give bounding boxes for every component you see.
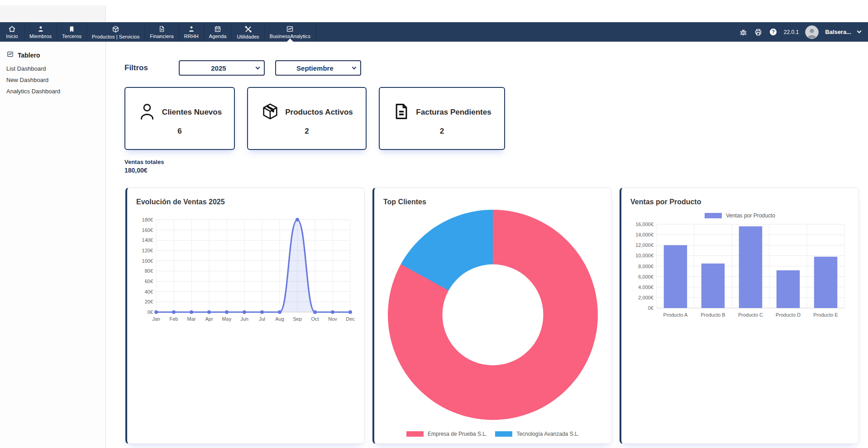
kpi-card-clientes-nuevos: Clientes Nuevos 6 — [124, 87, 235, 150]
avatar[interactable] — [805, 25, 819, 39]
chart-title: Top Clientes — [383, 198, 602, 206]
svg-text:2,000€: 2,000€ — [638, 295, 653, 300]
sidebar-section-tablero[interactable]: Tablero — [0, 42, 105, 63]
bar-legend[interactable]: Ventas por Producto — [630, 212, 849, 219]
svg-text:Oct: Oct — [311, 316, 319, 322]
svg-text:Producto C: Producto C — [738, 312, 763, 318]
legend-entry[interactable]: Empresa de Prueba S.L. — [406, 431, 487, 437]
left-sidebar: Tablero List Dashboard New Dashboard Ana… — [0, 42, 106, 448]
month-select-wrap: Septiembre — [275, 60, 361, 76]
donut-chart — [388, 210, 598, 420]
svg-text:20€: 20€ — [145, 299, 153, 304]
sidebar-item-list-dashboard[interactable]: List Dashboard — [0, 63, 105, 74]
kpi-value: 2 — [440, 127, 444, 136]
top-left-gray-block — [0, 5, 106, 22]
filters-label: Filtros — [124, 63, 148, 72]
nav-item-rrhh[interactable]: RRHH — [179, 22, 204, 42]
svg-text:140€: 140€ — [142, 237, 153, 243]
year-select-wrap: 2025 — [179, 60, 265, 76]
svg-text:40€: 40€ — [145, 289, 153, 294]
nav-item-financiera[interactable]: Financiera — [145, 22, 179, 42]
nav-item-agenda[interactable]: Agenda — [204, 22, 232, 42]
bar-chart: 0€2,000€4,000€6,000€8,000€10,000€12,000€… — [630, 220, 850, 326]
home-icon — [8, 25, 16, 33]
svg-text:0€: 0€ — [148, 309, 153, 315]
svg-text:14,000€: 14,000€ — [635, 232, 653, 237]
nav-label: RRHH — [184, 34, 199, 39]
file-lines-icon — [392, 101, 410, 123]
svg-text:Nov: Nov — [328, 316, 337, 322]
svg-text:4,000€: 4,000€ — [638, 284, 653, 290]
sidebar-item-analytics-dashboard[interactable]: Analytics Dashboard — [0, 86, 105, 97]
ventas-totales-label: Ventas totales — [124, 159, 164, 165]
svg-text:0€: 0€ — [648, 305, 653, 311]
user-menu-label[interactable]: Balsera... — [825, 29, 851, 35]
nav-item-utilidades[interactable]: Utilidades — [232, 22, 264, 42]
svg-text:8,000€: 8,000€ — [638, 264, 653, 269]
svg-text:Producto D: Producto D — [776, 312, 801, 318]
svg-text:Jan: Jan — [152, 316, 160, 322]
svg-text:10,000€: 10,000€ — [635, 253, 653, 258]
svg-text:Sep: Sep — [293, 316, 302, 322]
nav-label: Utilidades — [237, 34, 259, 39]
svg-text:120€: 120€ — [142, 248, 153, 253]
svg-text:Feb: Feb — [170, 316, 178, 322]
active-tab-caret — [287, 39, 293, 42]
nav-label: Inicio — [6, 34, 18, 39]
svg-text:?: ? — [772, 29, 775, 34]
kpi-card-facturas-pendientes: Facturas Pendientes 2 — [379, 87, 505, 150]
nav-label: Miembros — [29, 34, 52, 39]
cube-icon — [112, 25, 119, 33]
nav-item-inicio[interactable]: Inicio — [0, 22, 24, 42]
svg-text:Producto A: Producto A — [663, 312, 688, 318]
svg-text:Apr: Apr — [205, 316, 213, 322]
nav-item-miembros[interactable]: Miembros — [24, 22, 57, 42]
svg-text:Aug: Aug — [275, 316, 284, 322]
chart-card-ventas-producto: Ventas por Producto Ventas por Producto … — [620, 188, 859, 444]
top-band — [0, 0, 868, 22]
svg-text:Producto E: Producto E — [813, 312, 838, 318]
svg-text:Mar: Mar — [187, 316, 196, 322]
ventas-totales-value: 180,00€ — [124, 167, 164, 174]
svg-text:Producto B: Producto B — [701, 312, 725, 318]
svg-text:100€: 100€ — [142, 258, 153, 264]
tools-icon — [244, 25, 252, 33]
ventas-totales: Ventas totales 180,00€ — [124, 159, 164, 174]
legend-label: Ventas por Producto — [726, 212, 775, 219]
chart-title: Ventas por Producto — [630, 198, 849, 206]
chevron-down-icon[interactable] — [857, 29, 862, 34]
person-icon — [138, 101, 157, 123]
bug-icon[interactable] — [739, 28, 748, 36]
svg-text:May: May — [222, 316, 232, 322]
svg-text:180€: 180€ — [142, 217, 153, 222]
main-content: Filtros 2025 Septiembre Clientes Nuevos … — [106, 42, 868, 448]
svg-text:12,000€: 12,000€ — [635, 242, 653, 248]
version-label: 22.0.1 — [784, 29, 799, 35]
nav-label: Agenda — [209, 34, 227, 39]
printer-icon[interactable] — [754, 28, 763, 36]
building-icon — [68, 25, 75, 33]
kpi-value: 2 — [305, 127, 309, 136]
chart-line-icon — [286, 25, 294, 33]
svg-text:80€: 80€ — [145, 268, 153, 274]
year-select[interactable]: 2025 — [179, 60, 265, 76]
legend-entry[interactable]: Tecnología Avanzada S.L. — [495, 431, 579, 437]
help-icon[interactable]: ? — [769, 28, 777, 36]
legend-label: Tecnología Avanzada S.L. — [516, 431, 579, 437]
nav-label: Financiera — [150, 34, 173, 39]
sidebar-item-new-dashboard[interactable]: New Dashboard — [0, 74, 105, 86]
filters-bar: Filtros 2025 Septiembre — [124, 60, 361, 76]
kpi-card-productos-activos: Productos Activos 2 — [247, 87, 367, 150]
kpi-row: Clientes Nuevos 6 Productos Activos 2 Fa… — [124, 87, 505, 150]
svg-text:160€: 160€ — [142, 227, 153, 233]
calendar-icon — [214, 25, 221, 33]
month-select[interactable]: Septiembre — [275, 60, 361, 76]
kpi-label: Facturas Pendientes — [416, 108, 491, 117]
sidebar-section-label: Tablero — [18, 52, 40, 59]
navbar-right: ? 22.0.1 Balsera... — [739, 22, 868, 42]
nav-item-productos-servicios[interactable]: Productos | Servicios — [87, 22, 145, 42]
package-icon — [261, 101, 280, 123]
nav-item-terceros[interactable]: Terceros — [57, 22, 87, 42]
chart-card-evolucion-ventas: Evolución de Ventas 2025 0€20€40€60€80€1… — [125, 188, 365, 444]
nav-item-businessanalytics[interactable]: BusinessAnalytics — [265, 22, 316, 42]
